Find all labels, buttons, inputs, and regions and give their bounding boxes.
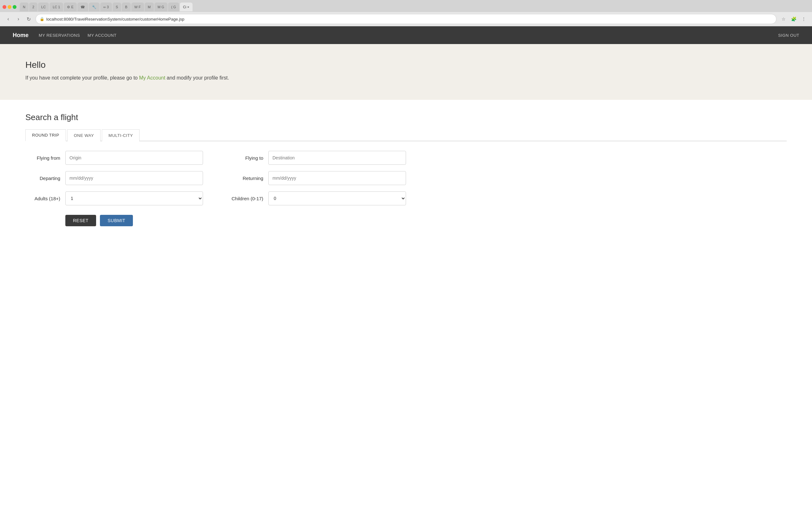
- children-label: Children (0-17): [229, 196, 263, 201]
- forward-button[interactable]: ›: [14, 14, 23, 23]
- browser-tab-bar: N 2 LC LC 1 ⚙ E ☎ 🔧 ∞ 3 S B W F M M G ( …: [0, 0, 812, 12]
- search-tabs: ROUND TRIP ONE WAY MULTI-CITY: [26, 129, 786, 141]
- browser-tab[interactable]: ∞ 3: [100, 3, 112, 11]
- flying-from-label: Flying from: [26, 155, 60, 161]
- browser-tab[interactable]: LC 1: [49, 3, 63, 11]
- tab-multi-city[interactable]: MULTI-CITY: [102, 129, 140, 141]
- departing-label: Departing: [26, 176, 60, 181]
- nav-reservations[interactable]: MY RESERVATIONS: [39, 33, 80, 38]
- hero-message: If you have not complete your profile, p…: [26, 75, 786, 81]
- tab-one-way[interactable]: ONE WAY: [67, 129, 101, 141]
- returning-label: Returning: [229, 176, 263, 181]
- hero-account-link[interactable]: My Account: [139, 75, 165, 80]
- browser-tab[interactable]: W F: [131, 3, 144, 11]
- hero-message-before: If you have not complete your profile, p…: [26, 75, 139, 80]
- nav-buttons: ‹ › ↻: [4, 14, 33, 23]
- nav-brand[interactable]: Home: [13, 32, 29, 39]
- search-form: Flying from Flying to Departing Returnin…: [26, 151, 406, 226]
- browser-toolbar-right: ☆ 🧩 ⋮: [779, 14, 808, 23]
- app-nav: Home MY RESERVATIONS MY ACCOUNT SIGN OUT: [0, 26, 812, 44]
- browser-tab[interactable]: B: [122, 3, 131, 11]
- browser-tab[interactable]: M: [145, 3, 154, 11]
- back-button[interactable]: ‹: [4, 14, 13, 23]
- hero-greeting: Hello: [26, 60, 786, 70]
- browser-tab[interactable]: LC: [38, 3, 49, 11]
- children-row: Children (0-17) 0 1 2 3 4: [229, 191, 406, 205]
- flying-from-row: Flying from: [26, 151, 203, 165]
- form-buttons: RESET SUBMIT: [26, 215, 203, 226]
- refresh-button[interactable]: ↻: [24, 14, 33, 23]
- browser-tab[interactable]: S: [113, 3, 121, 11]
- window-controls: [3, 5, 16, 9]
- nav-account[interactable]: MY ACCOUNT: [88, 33, 116, 38]
- reset-button[interactable]: RESET: [65, 215, 96, 226]
- browser-tab[interactable]: ⚙ E: [64, 3, 77, 11]
- returning-row: Returning: [229, 171, 406, 185]
- url-text: localhost:8080/TravelReservationSystem/c…: [46, 17, 772, 21]
- lock-icon: 🔒: [40, 17, 44, 21]
- flying-to-label: Flying to: [229, 155, 263, 161]
- adults-row: Adults (18+) 1 2 3 4 5: [26, 191, 203, 205]
- browser-tab[interactable]: ( G: [168, 3, 179, 11]
- extensions-button[interactable]: 🧩: [789, 14, 798, 23]
- adults-select[interactable]: 1 2 3 4 5: [65, 191, 203, 205]
- address-field[interactable]: 🔒 localhost:8080/TravelReservationSystem…: [36, 14, 776, 24]
- tab-round-trip[interactable]: ROUND TRIP: [26, 129, 66, 141]
- hero-message-after: and modify your profile first.: [165, 75, 229, 80]
- flying-to-input[interactable]: [268, 151, 406, 165]
- nav-links: MY RESERVATIONS MY ACCOUNT: [39, 33, 778, 38]
- browser-tab[interactable]: 🔧: [89, 3, 100, 11]
- browser-tab[interactable]: M G: [154, 3, 167, 11]
- minimize-dot[interactable]: [8, 5, 11, 9]
- maximize-dot[interactable]: [13, 5, 16, 9]
- flying-from-input[interactable]: [65, 151, 203, 165]
- hero-banner: Hello If you have not complete your prof…: [0, 44, 812, 100]
- returning-input[interactable]: [268, 171, 406, 185]
- browser-tab-active[interactable]: Ci ×: [180, 3, 193, 11]
- submit-button[interactable]: SUBMIT: [100, 215, 133, 226]
- browser-chrome: N 2 LC LC 1 ⚙ E ☎ 🔧 ∞ 3 S B W F M M G ( …: [0, 0, 812, 26]
- page-content: Hello If you have not complete your prof…: [0, 44, 812, 507]
- browser-tab[interactable]: N: [20, 3, 29, 11]
- search-section: Search a flight ROUND TRIP ONE WAY MULTI…: [13, 112, 799, 226]
- flying-to-row: Flying to: [229, 151, 406, 165]
- browser-tab[interactable]: 2: [29, 3, 38, 11]
- adults-label: Adults (18+): [26, 196, 60, 201]
- browser-tabs: N 2 LC LC 1 ⚙ E ☎ 🔧 ∞ 3 S B W F M M G ( …: [20, 3, 809, 11]
- menu-button[interactable]: ⋮: [799, 14, 808, 23]
- browser-address-bar: ‹ › ↻ 🔒 localhost:8080/TravelReservation…: [0, 12, 812, 26]
- departing-input[interactable]: [65, 171, 203, 185]
- nav-signout[interactable]: SIGN OUT: [778, 33, 799, 38]
- children-select[interactable]: 0 1 2 3 4: [268, 191, 406, 205]
- star-button[interactable]: ☆: [779, 14, 788, 23]
- browser-tab[interactable]: ☎: [78, 3, 88, 11]
- departing-row: Departing: [26, 171, 203, 185]
- search-title: Search a flight: [26, 112, 786, 122]
- close-dot[interactable]: [3, 5, 6, 9]
